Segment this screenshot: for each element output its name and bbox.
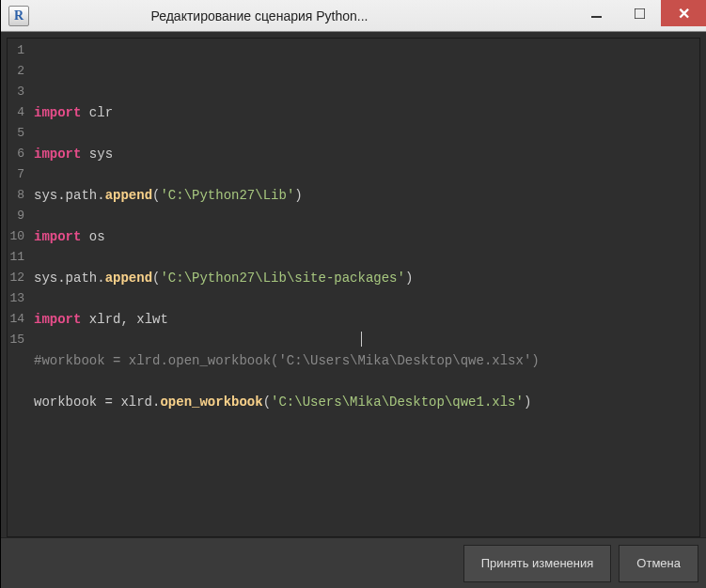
code-token: import: [34, 105, 81, 120]
code-editor[interactable]: 123456789101112131415 import clrimport s…: [7, 38, 700, 537]
line-number: 15: [8, 330, 24, 350]
line-number: 2: [8, 61, 24, 82]
line-number: 6: [8, 144, 24, 164]
close-icon: ✕: [678, 5, 690, 23]
minimize-icon: [591, 8, 602, 19]
code-token: append: [105, 271, 152, 286]
code-line[interactable]: sys.path.append('C:\Python27\Lib\site-pa…: [34, 268, 699, 288]
text-cursor: [361, 332, 362, 347]
code-line[interactable]: import xlrd, xlwt: [34, 309, 699, 330]
code-token: os: [81, 229, 104, 244]
code-line[interactable]: import clr: [34, 102, 699, 123]
titlebar[interactable]: R Редактирование сценария Python... ✕: [1, 0, 706, 32]
code-line[interactable]: [34, 164, 699, 185]
code-token: clr: [81, 105, 113, 120]
code-token: import: [34, 312, 81, 327]
minimize-button[interactable]: [574, 0, 618, 26]
code-token: 'C:\Python27\Lib': [160, 188, 294, 203]
code-token: sys.path.: [34, 271, 105, 286]
code-line[interactable]: workbook = xlrd.open_workbook('C:\Users\…: [34, 392, 699, 412]
line-number: 3: [8, 82, 24, 102]
window-controls: ✕: [574, 0, 706, 31]
maximize-button[interactable]: [618, 0, 661, 26]
code-token: open_workbook: [160, 395, 262, 410]
code-token: 'C:\Users\Mika\Desktop\qwe1.xls': [271, 395, 524, 410]
close-button[interactable]: ✕: [661, 0, 706, 26]
maximize-icon: [635, 8, 645, 19]
window-title: Редактирование сценария Python...: [0, 8, 574, 23]
code-line[interactable]: import sys: [34, 144, 699, 164]
code-line[interactable]: [34, 247, 699, 268]
line-number: 12: [8, 268, 24, 288]
line-number: 10: [8, 226, 24, 247]
code-line[interactable]: [34, 206, 699, 226]
code-line[interactable]: [34, 288, 699, 309]
cancel-button[interactable]: Отмена: [619, 545, 698, 582]
code-line[interactable]: #workbook = xlrd.open_workbook('C:\Users…: [34, 350, 699, 371]
line-number: 8: [8, 185, 24, 206]
code-token: sys: [81, 147, 113, 162]
accept-button[interactable]: Принять изменения: [463, 545, 612, 582]
code-line[interactable]: [34, 330, 699, 350]
python-editor-window: R Редактирование сценария Python... ✕ 12…: [0, 0, 706, 588]
line-number: 9: [8, 206, 24, 226]
code-token: ): [405, 271, 413, 286]
dialog-button-bar: Принять изменения Отмена: [1, 537, 706, 588]
line-number: 7: [8, 164, 24, 185]
code-token: sys.path.: [34, 188, 105, 203]
code-line[interactable]: sys.path.append('C:\Python27\Lib'): [34, 185, 699, 206]
code-content[interactable]: import clrimport syssys.path.append('C:\…: [28, 39, 699, 536]
code-token: #workbook = xlrd.open_workbook('C:\Users…: [34, 353, 540, 368]
line-number: 11: [8, 247, 24, 268]
svg-rect-0: [591, 16, 602, 18]
line-number: 4: [8, 102, 24, 123]
code-line[interactable]: import os: [34, 226, 699, 247]
code-token: xlrd, xlwt: [81, 312, 167, 327]
code-token: import: [34, 229, 81, 244]
line-number: 5: [8, 123, 24, 144]
code-token: append: [105, 188, 152, 203]
code-line[interactable]: [34, 123, 699, 144]
code-line[interactable]: [34, 371, 699, 392]
line-number-gutter: 123456789101112131415: [8, 39, 28, 536]
code-token: workbook = xlrd.: [34, 395, 160, 410]
line-number: 14: [8, 309, 24, 330]
svg-rect-1: [635, 8, 645, 19]
code-token: (: [263, 395, 271, 410]
line-number: 13: [8, 288, 24, 309]
code-token: 'C:\Python27\Lib\site-packages': [160, 271, 404, 286]
line-number: 1: [8, 40, 24, 61]
code-token: ): [524, 395, 531, 410]
code-token: ): [294, 188, 302, 203]
code-token: import: [34, 147, 81, 162]
